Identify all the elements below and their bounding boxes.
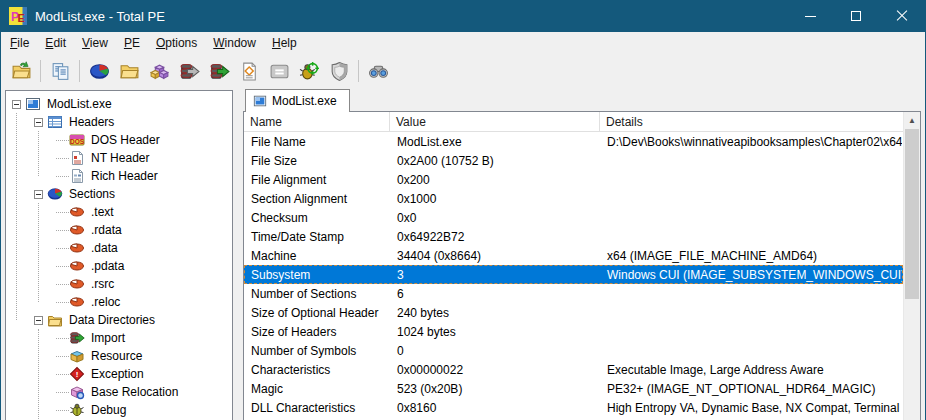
menu-item-help[interactable]: Help <box>264 33 305 53</box>
toolbar-button-import-database[interactable] <box>204 57 234 85</box>
table-row-size-of-headers[interactable]: Size of Headers1024 bytes <box>244 322 903 341</box>
menu-item-options[interactable]: Options <box>148 33 205 53</box>
table-row-file-alignment[interactable]: File Alignment0x200 <box>244 170 903 189</box>
column-header-name[interactable]: Name <box>244 112 390 131</box>
menu-item-edit[interactable]: Edit <box>37 33 74 53</box>
cell-name: Subsystem <box>245 268 391 282</box>
collapse-expander-icon[interactable] <box>12 100 21 109</box>
toolbar-button-export-database[interactable] <box>174 57 204 85</box>
tree-item-text[interactable]: .text <box>6 203 232 221</box>
tree-item-label: Exception <box>88 366 147 382</box>
tree-item-rich-header[interactable]: Rich Header <box>6 167 232 185</box>
dos-header-icon: DOS <box>69 132 85 148</box>
toolbar-button-open-file[interactable] <box>6 57 36 85</box>
menu-item-view[interactable]: View <box>74 33 116 53</box>
debug-bug-icon <box>69 402 85 418</box>
cell-value: 3 <box>391 268 601 282</box>
tree-item-dos-header[interactable]: DOSDOS Header <box>6 131 232 149</box>
toolbar-button-debug-target[interactable] <box>294 57 324 85</box>
toolbar-button-equals[interactable] <box>264 57 294 85</box>
base-relocation-icon <box>69 384 85 400</box>
tree-item-label: Rich Header <box>88 168 161 184</box>
table-row-number-of-sections[interactable]: Number of Sections6 <box>244 284 903 303</box>
tree-item-reloc[interactable]: .reloc <box>6 293 232 311</box>
section-slice-icon <box>69 240 85 256</box>
scroll-up-button[interactable]: ▲ <box>904 112 920 129</box>
toolbar-button-resource-doc[interactable] <box>234 57 264 85</box>
section-slice-icon <box>69 204 85 220</box>
svg-text:DOS: DOS <box>70 138 85 145</box>
collapse-expander-icon[interactable] <box>34 190 43 199</box>
maximize-icon <box>851 11 861 21</box>
table-row-time-date-stamp[interactable]: Time/Date Stamp0x64922B72 <box>244 227 903 246</box>
cell-name: File Alignment <box>245 173 391 187</box>
tree-item-base-relocation[interactable]: Base Relocation <box>6 383 232 401</box>
close-button[interactable] <box>879 0 925 32</box>
tree-item-rsrc[interactable]: .rsrc <box>6 275 232 293</box>
tree-item-data-directories[interactable]: Data Directories <box>6 311 232 329</box>
table-row-size-of-optional-header[interactable]: Size of Optional Header240 bytes <box>244 303 903 322</box>
tree-connector <box>56 392 69 393</box>
tree-item-modlist-exe[interactable]: ModList.exe <box>6 95 232 113</box>
collapse-expander-icon[interactable] <box>34 316 43 325</box>
column-header-value[interactable]: Value <box>390 112 600 131</box>
maximize-button[interactable] <box>833 0 879 32</box>
toolbar-button-copy[interactable] <box>45 57 75 85</box>
toolbar <box>2 54 924 88</box>
table-row-characteristics[interactable]: Characteristics0x00000022Executable Imag… <box>244 360 903 379</box>
table-row-checksum[interactable]: Checksum0x0 <box>244 208 903 227</box>
cell-details: Executable Image, Large Address Aware <box>601 363 902 377</box>
toolbar-button-pie-chart[interactable] <box>84 57 114 85</box>
menu-item-pe[interactable]: PE <box>116 33 148 53</box>
table-row-dll-characteristics[interactable]: DLL Characteristics0x8160High Entropy VA… <box>244 398 903 417</box>
tab-label: ModList.exe <box>272 94 337 108</box>
table-row-magic[interactable]: Magic523 (0x20B)PE32+ (IMAGE_NT_OPTIONAL… <box>244 379 903 398</box>
tree-item-label: Headers <box>66 114 117 130</box>
tree-item-resource[interactable]: Resource <box>6 347 232 365</box>
tree-item-headers[interactable]: Headers <box>6 113 232 131</box>
copy-icon <box>50 61 71 82</box>
table-row-machine[interactable]: Machine34404 (0x8664)x64 (IMAGE_FILE_MAC… <box>244 246 903 265</box>
open-file-icon <box>11 61 32 82</box>
menu-item-file[interactable]: File <box>2 33 37 53</box>
data-directories-icon <box>47 312 63 328</box>
shield-icon <box>329 61 350 82</box>
content-panel: ModList.exe NameValueDetails File NameMo… <box>243 88 921 420</box>
app-window: PE ModList.exe - Total PE FileEditViewPE… <box>0 0 926 420</box>
menu-item-window[interactable]: Window <box>205 33 264 53</box>
tree-item-sections[interactable]: Sections <box>6 185 232 203</box>
column-header-details[interactable]: Details <box>600 112 903 131</box>
table-row-number-of-symbols[interactable]: Number of Symbols0 <box>244 341 903 360</box>
tree-item-debug[interactable]: Debug <box>6 401 232 419</box>
open-folder-icon <box>119 61 140 82</box>
tab-modlist[interactable]: ModList.exe <box>245 89 350 112</box>
tree-item-data[interactable]: .data <box>6 239 232 257</box>
tree-item-exception[interactable]: !Exception <box>6 365 232 383</box>
toolbar-button-find-binoculars[interactable] <box>363 57 393 85</box>
vertical-scrollbar[interactable]: ▲ <box>903 112 920 420</box>
table-row-section-alignment[interactable]: Section Alignment0x1000 <box>244 189 903 208</box>
minimize-button[interactable] <box>787 0 833 32</box>
tree-item-label: .text <box>88 204 117 220</box>
table-row-file-size[interactable]: File Size0x2A00 (10752 B) <box>244 151 903 170</box>
tree-connector <box>56 338 69 339</box>
table-row-file-name[interactable]: File NameModList.exeD:\Dev\Books\winnati… <box>244 132 903 151</box>
svg-text:!: ! <box>76 370 79 379</box>
toolbar-button-shield[interactable] <box>324 57 354 85</box>
tab-bar: ModList.exe <box>243 88 921 111</box>
navigation-tree: ModList.exeHeadersDOSDOS HeaderNT Header… <box>6 91 232 420</box>
tree-item-rdata[interactable]: .rdata <box>6 221 232 239</box>
tree-connector <box>56 158 69 159</box>
collapse-expander-icon[interactable] <box>34 118 43 127</box>
tree-item-nt-header[interactable]: NT Header <box>6 149 232 167</box>
tree-connector <box>56 176 69 177</box>
tree-connector <box>56 248 69 249</box>
toolbar-button-sections[interactable] <box>144 57 174 85</box>
table-row-subsystem[interactable]: Subsystem3Windows CUI (IMAGE_SUBSYSTEM_W… <box>244 265 903 284</box>
scrollbar-thumb[interactable] <box>905 129 919 299</box>
tree-item-pdata[interactable]: .pdata <box>6 257 232 275</box>
tree-item-label: Resource <box>88 348 145 364</box>
tree-connector <box>56 140 69 141</box>
toolbar-button-open-folder[interactable] <box>114 57 144 85</box>
tree-item-import[interactable]: Import <box>6 329 232 347</box>
